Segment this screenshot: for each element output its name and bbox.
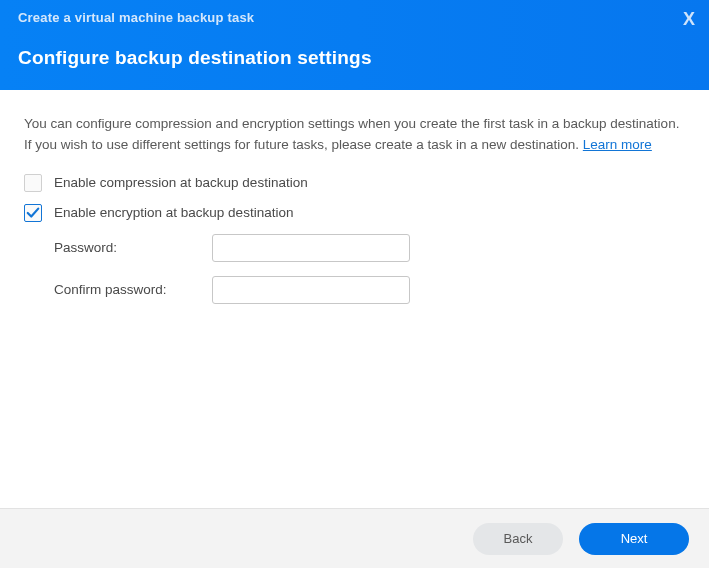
encryption-label[interactable]: Enable encryption at backup destination — [54, 205, 293, 220]
content-area: You can configure compression and encryp… — [0, 90, 709, 508]
password-row: Password: — [54, 234, 685, 262]
wizard-footer: Back Next — [0, 508, 709, 568]
password-field[interactable] — [212, 234, 410, 262]
back-button[interactable]: Back — [473, 523, 563, 555]
password-label: Password: — [54, 240, 212, 255]
confirm-password-field[interactable] — [212, 276, 410, 304]
confirm-password-row: Confirm password: — [54, 276, 685, 304]
compression-option-row: Enable compression at backup destination — [24, 174, 685, 192]
compression-checkbox[interactable] — [24, 174, 42, 192]
close-icon[interactable]: X — [683, 10, 695, 28]
description-text: You can configure compression and encryp… — [24, 114, 685, 156]
wizard-header: Create a virtual machine backup task Con… — [0, 0, 709, 90]
wizard-top-title: Create a virtual machine backup task — [18, 10, 691, 25]
description-body: You can configure compression and encryp… — [24, 116, 679, 152]
encryption-option-row: Enable encryption at backup destination — [24, 204, 685, 222]
learn-more-link[interactable]: Learn more — [583, 137, 652, 152]
compression-label[interactable]: Enable compression at backup destination — [54, 175, 308, 190]
next-button[interactable]: Next — [579, 523, 689, 555]
confirm-password-label: Confirm password: — [54, 282, 212, 297]
encryption-form: Password: Confirm password: — [54, 234, 685, 304]
encryption-checkbox[interactable] — [24, 204, 42, 222]
page-title: Configure backup destination settings — [18, 47, 691, 69]
